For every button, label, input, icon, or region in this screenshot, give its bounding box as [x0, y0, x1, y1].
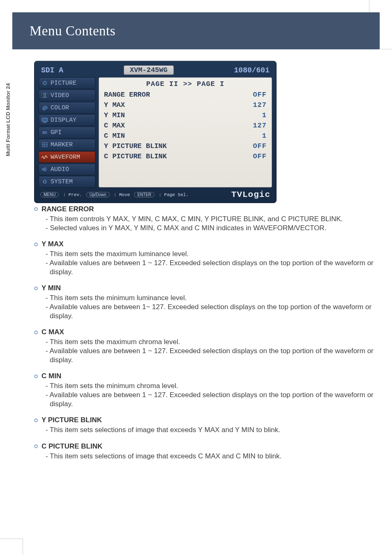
- section-title-text: C MAX: [42, 328, 64, 337]
- bullet-icon: [34, 243, 38, 246]
- section-body: - This item sets the maximum chroma leve…: [34, 338, 376, 364]
- svg-rect-5: [42, 118, 48, 122]
- sidebar-item-audio[interactable]: AUDIO: [39, 164, 95, 175]
- bullet-icon: [34, 207, 38, 211]
- section-body: - This item sets the minimum luminance l…: [34, 294, 376, 320]
- section-line: - Available values are between 1 ~ 127. …: [50, 259, 376, 277]
- sidebar-item-system[interactable]: SYSTEM: [39, 176, 95, 187]
- osd-panel: SDI A XVM-245WG 1080/60i PICTUREVIDEOCOL…: [34, 61, 277, 203]
- grid-icon: [42, 142, 48, 148]
- bullet-icon: [34, 331, 38, 334]
- wave-icon: [42, 154, 48, 160]
- section-body: - This item sets the maximum luminance l…: [34, 250, 376, 276]
- menu-row-value: 1: [262, 132, 267, 140]
- sidebar-item-label: COLOR: [51, 104, 69, 111]
- section-body: - This item sets selections of image tha…: [34, 426, 376, 435]
- section: Y PICTURE BLINK- This item sets selectio…: [34, 416, 376, 435]
- menu-row[interactable]: RANGE ERROROFF: [103, 90, 267, 100]
- menu-row-value: 1: [262, 111, 267, 119]
- section-title: Y MAX: [34, 240, 376, 249]
- menu-row-value: 127: [253, 122, 267, 130]
- section-line: - This item sets the maximum luminance l…: [50, 250, 376, 259]
- speaker-icon: [42, 166, 48, 172]
- svg-point-1: [44, 83, 46, 84]
- sidebar-item-gpi[interactable]: GPI: [39, 127, 95, 138]
- svg-rect-6: [44, 122, 46, 123]
- section: C PICTURE BLINK- This item sets selectio…: [34, 442, 376, 461]
- bullet-icon: [34, 419, 38, 422]
- sidebar-item-picture[interactable]: PICTURE: [39, 77, 95, 89]
- page-title: Menu Contents: [30, 23, 115, 39]
- sidebar-item-waveform[interactable]: WAVEFORM: [39, 151, 95, 163]
- sidebar-item-display[interactable]: DISPLAY: [39, 114, 95, 126]
- sidebar-item-label: DISPLAY: [51, 117, 76, 124]
- menu-chip-text: : Prev.: [63, 192, 82, 197]
- section-line: - This item sets the maximum chroma leve…: [50, 338, 376, 347]
- menu-row-value: OFF: [253, 142, 267, 150]
- section-body: - This item sets the minimum chroma leve…: [34, 382, 376, 408]
- section-line: - Available values are between 1 ~ 127. …: [50, 391, 376, 409]
- brand-label: TVLogic: [231, 190, 270, 199]
- section-title: RANGE ERROR: [34, 205, 376, 214]
- palette-icon: [42, 105, 48, 111]
- osd-source: SDI A: [41, 66, 63, 74]
- section-title-text: RANGE ERROR: [42, 205, 94, 214]
- section-title: C MAX: [34, 328, 376, 337]
- section-title-text: Y MIN: [42, 284, 61, 293]
- bullet-icon: [34, 287, 38, 290]
- svg-point-14: [44, 181, 46, 183]
- menu-row-label: C MIN: [104, 132, 125, 140]
- bullet-icon: [34, 375, 38, 378]
- menu-row[interactable]: C MAX127: [103, 120, 267, 131]
- menu-chip: MENU: [40, 192, 59, 197]
- menu-row-label: RANGE ERROR: [104, 91, 150, 99]
- osd-model: XVM-245WG: [124, 65, 174, 75]
- menu-row[interactable]: C MIN1: [103, 131, 267, 141]
- section: C MIN- This item sets the minimum chroma…: [34, 372, 376, 408]
- sidebar-item-label: MARKER: [51, 141, 73, 148]
- menu-row-label: Y MAX: [104, 101, 125, 109]
- menu-row-label: Y MIN: [104, 111, 125, 119]
- menu-row[interactable]: Y MIN1: [103, 110, 267, 120]
- section-title: C PICTURE BLINK: [34, 442, 376, 451]
- menu-row-value: OFF: [253, 91, 267, 99]
- updown-chip-text: : Move: [114, 192, 130, 197]
- bullet-icon: [34, 444, 38, 448]
- section-line: - This item sets selections of image tha…: [50, 452, 376, 461]
- section-line: - Selected values in Y MAX, Y MIN, C MAX…: [50, 224, 376, 233]
- svg-rect-7: [43, 132, 46, 134]
- section-title-text: C MIN: [42, 372, 61, 381]
- menu-row-label: C MAX: [104, 122, 125, 130]
- sidebar-item-label: WAVEFORM: [51, 154, 80, 161]
- menu-row[interactable]: Y MAX127: [103, 100, 267, 110]
- section-title: Y MIN: [34, 284, 376, 293]
- sidebar-item-label: AUDIO: [51, 166, 69, 173]
- section-line: - This item sets the minimum luminance l…: [50, 294, 376, 303]
- sidebar-item-color[interactable]: COLOR: [39, 102, 95, 113]
- osd-content: PAGE II >> PAGE I RANGE ERROROFFY MAX127…: [99, 77, 272, 187]
- sidebar-item-label: PICTURE: [51, 80, 76, 87]
- section-line: - This item sets the minimum chroma leve…: [50, 382, 376, 391]
- sidebar-item-marker[interactable]: MARKER: [39, 139, 95, 150]
- sidebar-item-label: SYSTEM: [51, 178, 73, 185]
- menu-row-label: C PICTURE BLINK: [104, 153, 167, 160]
- menu-row-label: Y PICTURE BLINK: [104, 142, 167, 150]
- section: C MAX- This item sets the maximum chroma…: [34, 328, 376, 364]
- svg-rect-3: [42, 93, 43, 97]
- section: Y MIN- This item sets the minimum lumina…: [34, 284, 376, 320]
- film-icon: [42, 92, 48, 98]
- sidebar-item-video[interactable]: VIDEO: [39, 90, 95, 101]
- osd-page-header: PAGE II >> PAGE I: [103, 79, 267, 90]
- section-title-text: C PICTURE BLINK: [42, 442, 102, 451]
- section: RANGE ERROR- This item controls Y MAX, Y…: [34, 205, 376, 232]
- monitor-icon: [42, 117, 48, 123]
- osd-format: 1080/60i: [234, 66, 270, 74]
- cog-icon: [42, 179, 48, 185]
- section-line: - This item sets selections of image tha…: [50, 426, 376, 435]
- osd-footer: MENU : Prev. Up/Down : Move ENTER : Page…: [39, 187, 272, 199]
- menu-row-value: 127: [253, 101, 267, 109]
- section-line: - Available values are between 1~ 127. E…: [50, 303, 376, 321]
- sidebar-item-label: GPI: [51, 129, 62, 136]
- menu-row[interactable]: Y PICTURE BLINKOFF: [103, 141, 267, 151]
- menu-row[interactable]: C PICTURE BLINKOFF: [103, 151, 267, 162]
